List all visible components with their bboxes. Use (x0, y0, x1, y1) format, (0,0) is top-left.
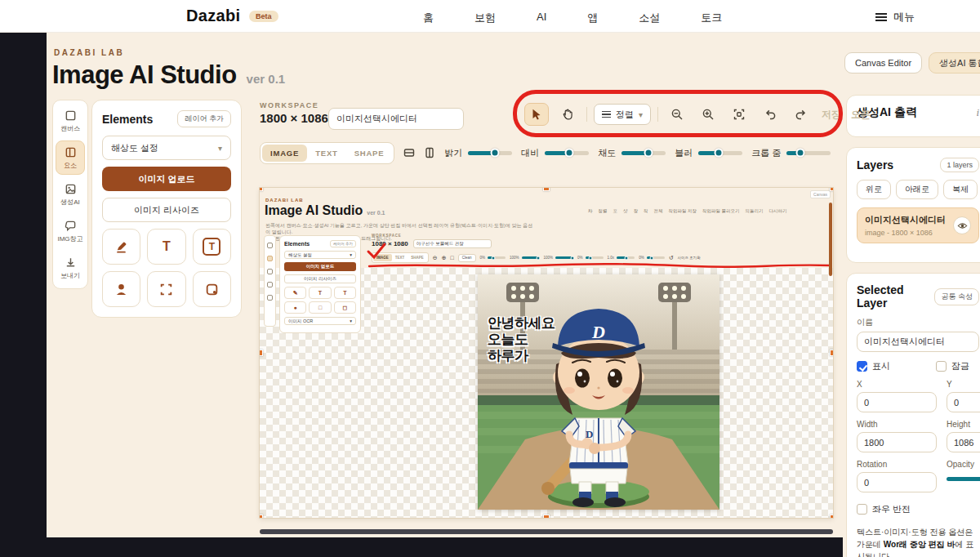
selection-handle-s[interactable] (543, 515, 550, 518)
rounded-square-icon (205, 283, 219, 296)
layer-name-input[interactable] (857, 332, 979, 352)
selection-handle-se[interactable] (830, 515, 833, 518)
slider-knob[interactable] (490, 149, 499, 158)
select-tool-button[interactable] (524, 103, 549, 126)
opacity-slider[interactable] (947, 477, 980, 481)
canvas-image-layer[interactable]: Canvas DAZABI LAB Image AI Studio ver 0.… (260, 188, 833, 518)
brightness-slider[interactable]: 밝기 (444, 147, 512, 159)
tab-image[interactable]: IMAGE (262, 145, 307, 162)
y-input[interactable] (947, 392, 980, 412)
lab-label: DAZABI LAB (54, 48, 124, 57)
slider-knob[interactable] (714, 149, 723, 158)
canvas-vertical-scrollbar[interactable] (829, 203, 832, 276)
text-box-icon: T (203, 238, 220, 256)
selection-handle-sw[interactable] (260, 515, 263, 518)
sidebar-item-export[interactable]: 보내기 (56, 251, 85, 285)
selection-handle-ne[interactable] (830, 188, 833, 191)
show-checkbox[interactable]: 표시 (857, 360, 890, 372)
save-button[interactable]: 저장 (820, 108, 843, 122)
canvas-icon (65, 109, 77, 122)
genai-integration-button[interactable]: 생성AI 통합 (929, 52, 980, 74)
top-nav-links: 홈 보험 AI 앱 소설 토크 (423, 11, 722, 25)
crop-zoom-slider[interactable]: 크롭 줌 (751, 147, 831, 159)
slider-knob[interactable] (644, 149, 653, 158)
image-upload-button[interactable]: 이미지 업로드 (102, 167, 231, 191)
rect-horizontal-icon (403, 147, 415, 158)
flip-horizontal-checkbox[interactable]: 좌우 반전 (857, 503, 911, 515)
flip-vertical-button[interactable] (424, 145, 435, 161)
slider-knob[interactable] (565, 149, 574, 158)
redo-button[interactable] (789, 103, 813, 126)
saturation-slider[interactable]: 채도 (598, 147, 666, 159)
tab-shape[interactable]: SHAPE (346, 145, 393, 162)
menu-button[interactable]: 메뉴 (875, 10, 915, 25)
layer-up-button[interactable]: 위로 (857, 180, 891, 199)
tab-text[interactable]: TEXT (307, 145, 345, 162)
blur-slider[interactable]: 블러 (675, 147, 742, 159)
layers-count-badge: 1 layers (940, 158, 979, 172)
nav-home[interactable]: 홈 (423, 11, 434, 25)
slider-knob[interactable] (795, 149, 804, 158)
height-input[interactable] (947, 432, 980, 452)
selection-handle-e[interactable] (830, 350, 833, 356)
selected-layer-card: Selected Layer 공통 속성 이름 표시 잠금 X Y Width … (846, 273, 980, 557)
layer-item-name: 이미지선택시에디터 (865, 214, 946, 226)
nested-tool-rail (264, 235, 276, 327)
zoom-in-button[interactable] (696, 103, 720, 126)
fit-view-button[interactable] (727, 103, 751, 126)
selection-handle-nw[interactable] (260, 188, 263, 191)
layer-down-button[interactable]: 아래로 (896, 180, 938, 199)
workspace-name-input[interactable] (328, 108, 464, 130)
layer-duplicate-button[interactable]: 복제 (943, 180, 978, 199)
canvas-editor-button[interactable]: Canvas Editor (844, 52, 922, 74)
contrast-slider[interactable]: 대비 (521, 147, 589, 159)
nested-elements-panel: Elements 레이어 추가 해상도 설정▾ 이미지 업로드 이미지 리사이즈… (279, 235, 361, 333)
width-input[interactable] (857, 432, 937, 452)
brand-logo[interactable]: Dazabi (186, 7, 240, 25)
add-layer-button[interactable]: 레이어 추가 (177, 110, 231, 127)
info-icon[interactable]: i (976, 106, 979, 119)
lock-checkbox[interactable]: 잠금 (936, 360, 969, 372)
canvas-horizontal-scrollbar[interactable] (260, 529, 833, 534)
text-icon: T (163, 239, 171, 254)
text-box-tool-button[interactable]: T (193, 229, 231, 265)
nav-talk[interactable]: 토크 (701, 11, 722, 25)
page-version: ver 0.1 (247, 72, 286, 86)
rotation-input[interactable] (857, 472, 937, 492)
y-label: Y (947, 380, 980, 389)
layer-visibility-button[interactable] (953, 216, 971, 234)
checkbox-checked-icon (857, 361, 867, 372)
open-button[interactable]: 오픈 (849, 108, 872, 122)
rounded-shape-tool-button[interactable] (193, 271, 231, 307)
undo-button[interactable] (758, 103, 782, 126)
nav-insurance[interactable]: 보험 (474, 11, 496, 25)
align-button[interactable]: 정렬 ▾ (594, 104, 651, 125)
tool-rail: 캔버스 요소 생성AI IMG창고 보내기 (52, 100, 88, 289)
height-label: Height (947, 420, 980, 429)
layer-controls-row: IMAGE TEXT SHAPE 밝기 대비 채도 블러 크롭 줌 가로 편 (260, 140, 835, 165)
avatar-tool-button[interactable] (102, 271, 140, 307)
flip-horizontal-button[interactable] (403, 145, 415, 161)
selection-handle-w[interactable] (260, 350, 263, 356)
sidebar-item-canvas[interactable]: 캔버스 (56, 104, 85, 138)
zoom-in-icon (702, 108, 715, 121)
sidebar-item-img-storage[interactable]: IMG창고 (56, 214, 85, 248)
sidebar-item-genai[interactable]: 생성AI (56, 177, 85, 212)
nav-ai[interactable]: AI (537, 11, 546, 25)
selection-handle-n[interactable] (543, 188, 550, 191)
nav-app[interactable]: 앱 (587, 11, 598, 25)
pan-tool-button[interactable] (555, 103, 580, 126)
text-tool-button[interactable]: T (147, 229, 185, 265)
layer-list-item[interactable]: 이미지선택시에디터 image - 1800 × 1086 (857, 207, 979, 243)
frame-tool-button[interactable] (147, 271, 185, 307)
x-input[interactable] (857, 392, 937, 412)
image-resize-button[interactable]: 이미지 리사이즈 (102, 198, 231, 222)
zoom-out-button[interactable] (665, 103, 689, 126)
marker-tool-button[interactable] (102, 229, 140, 265)
nav-novel[interactable]: 소설 (639, 11, 660, 25)
rotation-label: Rotation (857, 460, 937, 469)
red-underline-annotation (368, 261, 833, 270)
sidebar-item-elements[interactable]: 요소 (56, 140, 85, 175)
resolution-select[interactable]: 해상도 설정 ▾ (102, 136, 231, 160)
zoom-out-icon (670, 108, 684, 121)
